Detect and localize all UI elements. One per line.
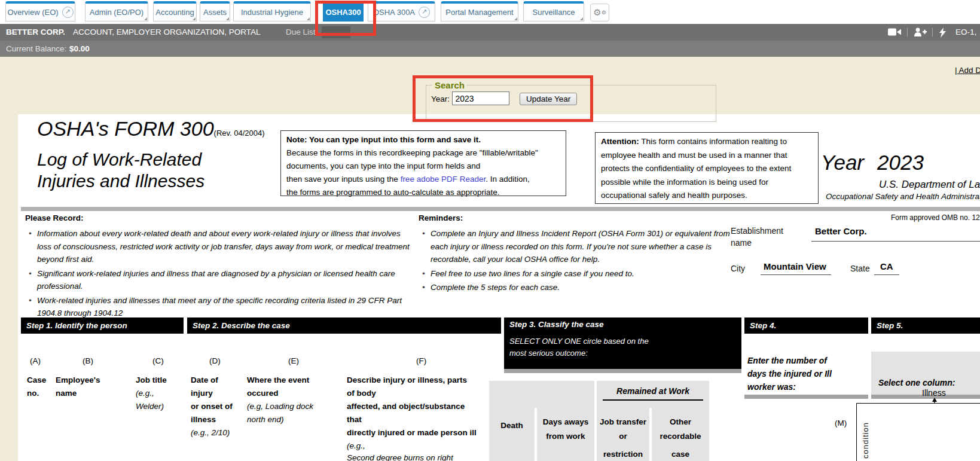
col-head-illness: illness: [191, 415, 216, 424]
step4-instruction: Enter the number of days the injured or …: [747, 354, 832, 393]
col-head-name: name: [56, 389, 77, 398]
col-days-away-1: Days aways: [537, 417, 594, 426]
settings-button[interactable]: ⚙⚙: [590, 4, 609, 22]
attention-line: employee health and must be used in a ma…: [601, 149, 813, 163]
step3-header: Step 3. Classify the case SELECT ONLY ON…: [504, 317, 741, 369]
tab-surveillance[interactable]: Surveillance: [523, 1, 584, 22]
illness-label: Illness: [922, 388, 946, 398]
attention-box: Attention: This form contains informatio…: [595, 132, 819, 204]
pdf-reader-link[interactable]: free adobe PDF Reader: [401, 175, 486, 184]
col-head-that: that: [347, 415, 362, 424]
lightning-icon: [939, 28, 947, 38]
col-letter-b: (B): [83, 356, 93, 365]
city-label: City: [731, 262, 745, 274]
establishment-value: Better Corp.: [815, 226, 867, 236]
m-column-label: (M): [835, 419, 847, 428]
omb-approval: Form approved OMB no. 121: [891, 213, 980, 222]
remained-underline: [603, 399, 703, 401]
col-example: Welder): [136, 402, 164, 411]
col-other-2: recordable: [652, 432, 709, 441]
tab-industrial-hygiene[interactable]: Industrial Hygiene: [233, 1, 311, 22]
year-input[interactable]: [452, 91, 509, 105]
col-letter-f: (F): [416, 356, 426, 365]
col-head-describe: Describe injury or illness, parts: [347, 375, 467, 384]
col-example: (e.g, Loading dock: [247, 402, 313, 411]
col-head-where: Where the event: [247, 375, 309, 384]
col-example: north end): [247, 415, 284, 424]
tab-label: Surveillance: [533, 8, 575, 17]
tab-accounting[interactable]: Accounting: [153, 1, 197, 22]
tab-label: Admin (EO/PO): [90, 8, 144, 17]
eo-code: EO-1,: [955, 24, 976, 41]
remained-at-work-label: Remained at Work: [597, 386, 709, 396]
balance-bar: Current Balance: $0.00: [0, 41, 980, 57]
tab-osha300-active[interactable]: OSHA300: [323, 1, 364, 22]
attention-line: Attention: This form contains informatio…: [601, 135, 813, 149]
step4-header: Step 4.: [744, 317, 868, 334]
step3-shadow: [504, 369, 741, 373]
balance-value: $0.00: [69, 41, 90, 57]
tab-osha300a[interactable]: OSHA 300A ↗: [368, 1, 435, 22]
tab-assets[interactable]: Assets: [200, 1, 230, 22]
establishment-underline: [811, 240, 980, 242]
year-label: Year:: [431, 94, 450, 103]
col-example: (e.g.,: [136, 389, 154, 398]
gear-small-icon: ⚙: [602, 10, 606, 16]
form-title: OSHA's FORM 300(Rev. 04/2004): [37, 117, 265, 141]
form-revision: (Rev. 04/2004): [214, 129, 265, 138]
video-button[interactable]: [888, 28, 902, 37]
city-value: Mountain View: [764, 261, 826, 271]
col-death: Death: [489, 421, 535, 430]
note-box: Note: You can type input into this form …: [280, 130, 566, 196]
attention-line: occupational safely and health purposes.: [601, 189, 813, 203]
state-value: CA: [880, 261, 893, 271]
col-head-case: Case: [27, 375, 46, 384]
note-line: Because the forms in this recordkeeping …: [286, 146, 560, 160]
tab-overview-eo[interactable]: Overview (EO) ↗: [5, 1, 75, 22]
tab-label: Industrial Hygiene: [241, 8, 303, 17]
col-head-jobtitle: Job title: [136, 375, 167, 384]
form-subtitle-1: Log of Work-Related: [37, 149, 202, 170]
step1-header: Step 1. Identify the person: [21, 317, 184, 334]
col-head-ofbody: of body: [347, 389, 376, 398]
add-user-button[interactable]: [914, 28, 928, 37]
organization-bar: BETTER CORP. ACCOUNT, EMPLOYER ORGANIZAT…: [0, 24, 980, 41]
quick-action-button[interactable]: [939, 28, 948, 37]
col-example: Second degree burns on right: [347, 453, 453, 461]
city-underline: [761, 274, 831, 275]
please-record-item: Work-related injuries and illnesses that…: [28, 294, 415, 320]
balance-label: Current Balance:: [6, 41, 66, 57]
col-head-injury: injury: [191, 389, 213, 398]
tab-label: Assets: [203, 8, 227, 17]
department-label: U.S. Department of Lab: [879, 179, 980, 191]
col-head-no: no.: [27, 389, 39, 398]
external-link-icon[interactable]: ↗: [62, 7, 74, 18]
toolbar-separator: [907, 28, 908, 36]
col-letter-e: (E): [288, 356, 299, 365]
step5-header: Step 5.: [871, 317, 980, 334]
add-link[interactable]: | Add D: [955, 66, 980, 75]
reminder-item: Complete an Injury and Illness Incident …: [421, 227, 732, 266]
org-subtitle: ACCOUNT, EMPLOYER ORGANIZATION, PORTAL: [73, 24, 261, 41]
due-list-value-box[interactable]: [322, 26, 350, 38]
tab-portal-management[interactable]: Portal Management: [441, 1, 518, 22]
toolbar-separator: [932, 28, 933, 36]
state-underline: [874, 274, 899, 275]
update-year-button[interactable]: Update Year: [520, 93, 577, 105]
attention-line: possible while the information is being …: [601, 176, 813, 190]
company-name: BETTER CORP.: [6, 24, 65, 41]
external-link-icon[interactable]: ↗: [419, 7, 430, 18]
col-example: (e.g.,: [347, 441, 365, 450]
please-record-item: Significant work-related injuries and il…: [28, 267, 415, 293]
gear-icon: ⚙: [593, 7, 601, 17]
tab-label: OSHA300: [325, 8, 361, 17]
col-other-1: Other: [652, 417, 709, 426]
due-list-label: Due List:: [286, 24, 317, 41]
reminders-list: Complete an Injury and Illness Incident …: [421, 227, 732, 295]
tab-admin-eo-po[interactable]: Admin (EO/PO): [85, 1, 148, 22]
please-record-list: Information about every work-related dea…: [28, 227, 415, 321]
please-record-title: Please Record:: [25, 213, 84, 222]
osha300-screen: Overview (EO) ↗ Admin (EO/PO) Accounting…: [0, 0, 980, 461]
col-job-transfer-1: Job transfer: [597, 417, 649, 426]
col-letter-c: (C): [152, 356, 164, 365]
